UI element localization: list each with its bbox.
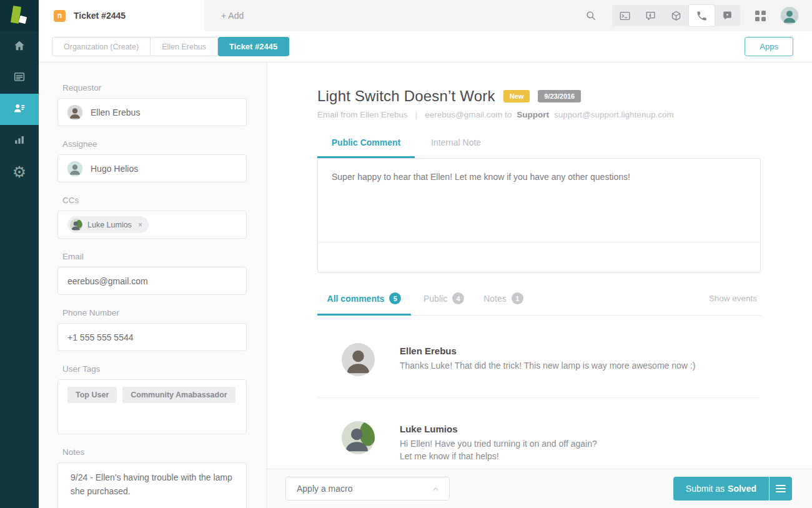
apps-button[interactable]: Apps bbox=[745, 37, 793, 56]
home-icon bbox=[12, 39, 26, 55]
sidebar-item-customers[interactable] bbox=[0, 94, 39, 125]
requestor-label: Requestor bbox=[62, 83, 267, 92]
customers-icon bbox=[12, 101, 26, 117]
email-value: eerebus@gmail.com bbox=[67, 276, 148, 286]
chat-bubble-icon[interactable] bbox=[715, 5, 740, 26]
phone-value: +1 555 555 5544 bbox=[67, 332, 134, 342]
comment-author: Ellen Erebus bbox=[400, 346, 457, 356]
console-icon[interactable] bbox=[612, 5, 638, 26]
assignee-field[interactable]: Hugo Helios bbox=[57, 154, 247, 182]
breadcrumb-requester[interactable]: Ellen Erebus bbox=[151, 37, 218, 56]
ticket-properties-panel: Requestor Ellen Erebus Assignee Hugo Hel… bbox=[39, 62, 267, 508]
chat-lightning-icon[interactable] bbox=[638, 5, 663, 26]
comment-filter-tabs: All comments 5 Public 4 Notes 1 Show eve… bbox=[317, 292, 761, 304]
phone-icon[interactable] bbox=[689, 5, 715, 26]
sidebar-item-views[interactable] bbox=[0, 62, 39, 94]
assignee-avatar bbox=[67, 161, 82, 176]
comment-text: Thanks Luke! That did the trick! This ne… bbox=[400, 359, 695, 372]
app-window: ⚙ n Ticket #2445 + Add bbox=[0, 0, 812, 508]
channel-icon-group bbox=[612, 5, 740, 26]
ticket-tab-title: Ticket #2445 bbox=[74, 11, 126, 21]
reply-composer: Super happy to hear that Ellen! Let me k… bbox=[317, 158, 761, 273]
tab-public[interactable]: Public 4 bbox=[423, 292, 464, 304]
requestor-avatar bbox=[67, 105, 82, 120]
cc-chip-name: Luke Lumios bbox=[87, 221, 132, 229]
phone-field[interactable]: +1 555 555 5544 bbox=[57, 323, 247, 351]
sidebar-item-home[interactable] bbox=[0, 31, 39, 62]
submit-options-menu-icon[interactable] bbox=[770, 477, 792, 501]
macro-select[interactable]: Apply a macro bbox=[285, 477, 450, 501]
composer-tabs: Public Comment Internal Note bbox=[317, 137, 481, 147]
ccs-field[interactable]: Luke Lumios × bbox=[57, 211, 247, 239]
show-events-link[interactable]: Show events bbox=[709, 294, 757, 303]
assignee-label: Assignee bbox=[62, 139, 267, 149]
comment-text: Let me know if that helps! bbox=[400, 450, 499, 462]
breadcrumb-ticket[interactable]: Ticket #2445 bbox=[218, 37, 289, 56]
apps-grid-icon[interactable] bbox=[755, 11, 766, 21]
page-title: Light Switch Doesn’t Work bbox=[317, 87, 495, 105]
user-tag[interactable]: Top User bbox=[67, 387, 117, 403]
comment-author: Luke Lumios bbox=[400, 424, 458, 434]
ticket-meta: Email from Ellen Erebus | eerebus@gmail.… bbox=[317, 110, 674, 119]
search-icon[interactable] bbox=[585, 9, 597, 22]
all-comments-count-badge: 5 bbox=[389, 292, 401, 304]
product-box-icon[interactable] bbox=[663, 5, 689, 26]
requestor-field[interactable]: Ellen Erebus bbox=[57, 98, 247, 126]
tab-notes[interactable]: Notes 1 bbox=[483, 292, 523, 304]
date-badge: 9/23/2016 bbox=[538, 90, 581, 102]
gear-icon: ⚙ bbox=[12, 164, 26, 180]
meta-middle: eerebus@gmail.com to bbox=[425, 110, 512, 119]
user-avatar[interactable] bbox=[781, 7, 798, 24]
notes-field[interactable]: 9/24 - Ellen’s having trouble with the l… bbox=[57, 462, 247, 508]
composer-toolbar-divider bbox=[318, 242, 760, 242]
sidebar-item-admin[interactable]: ⚙ bbox=[0, 156, 39, 187]
tab-public-label: Public bbox=[423, 294, 447, 304]
user-tag[interactable]: Community Amabassador bbox=[122, 387, 235, 403]
ticket-tab-badge-icon: n bbox=[54, 10, 66, 22]
sidebar-item-reports[interactable] bbox=[0, 125, 39, 156]
nav-rail: ⚙ bbox=[0, 0, 39, 508]
logo-white-shape bbox=[19, 16, 27, 24]
submit-button-group: Submit as Solved bbox=[673, 477, 792, 501]
assignee-value: Hugo Helios bbox=[91, 164, 138, 174]
footer-action-bar: Apply a macro Submit as Solved bbox=[267, 469, 812, 508]
cc-chip[interactable]: Luke Lumios × bbox=[67, 216, 149, 233]
breadcrumb: Organization (Create) Ellen Erebus Ticke… bbox=[39, 31, 812, 62]
tab-internal-note[interactable]: Internal Note bbox=[431, 137, 481, 147]
public-count-badge: 4 bbox=[452, 292, 464, 304]
comment-divider bbox=[317, 397, 761, 398]
views-icon bbox=[12, 70, 26, 86]
comment-tabs-underline bbox=[317, 314, 411, 316]
requestor-value: Ellen Erebus bbox=[91, 107, 140, 117]
add-tab-button[interactable]: + Add bbox=[221, 11, 244, 21]
reports-icon bbox=[12, 132, 26, 149]
phone-label: Phone Number bbox=[62, 308, 267, 317]
submit-as-solved-button[interactable]: Submit as Solved bbox=[673, 477, 769, 501]
comment-avatar bbox=[342, 421, 375, 454]
cc-chip-avatar bbox=[70, 219, 82, 231]
email-label: Email bbox=[62, 252, 267, 261]
user-tags-field[interactable]: Top User Community Amabassador bbox=[57, 379, 247, 434]
notes-value: 9/24 - Ellen’s having trouble with the l… bbox=[71, 471, 234, 498]
submit-status: Solved bbox=[728, 484, 756, 494]
composer-textarea[interactable]: Super happy to hear that Ellen! Let me k… bbox=[318, 159, 760, 195]
top-bar: n Ticket #2445 + Add bbox=[39, 0, 812, 31]
remove-cc-icon[interactable]: × bbox=[138, 221, 142, 229]
meta-address: support@support.lightenup.com bbox=[554, 110, 674, 119]
tab-notes-label: Notes bbox=[483, 294, 507, 304]
ticket-main: Light Switch Doesn’t Work New 9/23/2016 … bbox=[267, 62, 812, 469]
meta-separator: | bbox=[415, 110, 418, 119]
ccs-label: CCs bbox=[62, 196, 267, 205]
notes-label: Notes bbox=[62, 447, 267, 457]
notes-count-badge: 1 bbox=[512, 292, 523, 304]
email-field[interactable]: eerebus@gmail.com bbox=[57, 267, 247, 295]
ticket-tab[interactable]: n Ticket #2445 bbox=[39, 0, 204, 31]
brand-logo bbox=[0, 0, 39, 31]
meta-team: Support bbox=[517, 110, 549, 119]
breadcrumb-organization[interactable]: Organization (Create) bbox=[52, 37, 151, 56]
chevron-up-icon bbox=[432, 485, 440, 493]
tab-public-comment[interactable]: Public Comment bbox=[317, 137, 415, 147]
status-badge: New bbox=[503, 90, 530, 102]
tab-all-comments-label: All comments bbox=[327, 294, 385, 304]
tab-all-comments[interactable]: All comments 5 bbox=[317, 292, 411, 304]
